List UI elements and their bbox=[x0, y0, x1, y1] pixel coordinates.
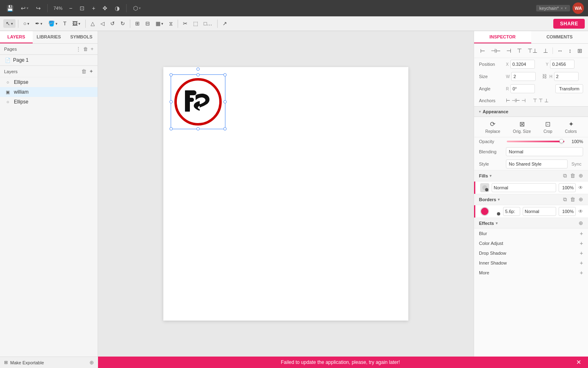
layers-delete-icon[interactable]: 🗑 bbox=[81, 68, 87, 74]
export-tool-button[interactable]: ↗ bbox=[220, 19, 229, 28]
inner-shadow-add-icon[interactable]: + bbox=[580, 260, 583, 266]
align-right-edges-icon[interactable]: ⊣ bbox=[505, 46, 512, 55]
pages-add-icon[interactable]: + bbox=[91, 46, 94, 52]
tab-comments[interactable]: COMMENTS bbox=[531, 31, 588, 43]
text-tool-button[interactable]: T bbox=[61, 19, 69, 28]
style-select[interactable]: No Shared Style bbox=[506, 159, 568, 168]
borders-add-icon[interactable]: ⊕ bbox=[579, 196, 583, 203]
keychain-close-icon[interactable]: × bbox=[561, 6, 563, 11]
align-left-edges-icon[interactable]: ⊢ bbox=[479, 46, 486, 55]
exportable-add-icon[interactable]: ⊕ bbox=[89, 359, 94, 366]
effects-chevron-icon[interactable]: ▾ bbox=[496, 221, 498, 225]
transform-button[interactable]: Transform bbox=[555, 84, 583, 93]
distribute-h-icon[interactable]: ↔ bbox=[556, 46, 564, 55]
component-tool-button[interactable]: ◁ bbox=[98, 19, 107, 28]
keychain-chevron-icon[interactable]: ▾ bbox=[565, 6, 567, 10]
tidy-icon[interactable]: ⊞ bbox=[576, 46, 584, 55]
align-bottom-edges-icon[interactable]: ⊥ bbox=[542, 46, 549, 55]
align-center-h-icon[interactable]: ⊣⊢ bbox=[490, 46, 502, 55]
mirror-tool-button[interactable]: ⧖ bbox=[167, 19, 175, 28]
colors-tool[interactable]: ✦ Colors bbox=[565, 120, 577, 134]
grid-tool-button[interactable]: ⊞ bbox=[133, 19, 142, 28]
fill-mode-select[interactable]: Normal bbox=[492, 183, 556, 192]
fills-paste-icon[interactable]: ⧉ bbox=[563, 173, 567, 179]
redo-icon[interactable]: ↪ bbox=[33, 3, 43, 13]
blur-add-icon[interactable]: + bbox=[580, 230, 583, 237]
y-input[interactable] bbox=[550, 60, 575, 69]
anchor-left-icon[interactable]: ⊢ bbox=[506, 98, 510, 103]
border-opacity-input[interactable] bbox=[559, 207, 576, 216]
borders-delete-icon[interactable]: 🗑 bbox=[570, 196, 575, 203]
rotate-handle[interactable] bbox=[196, 67, 200, 71]
layer-item-2[interactable]: ○ Ellipse bbox=[0, 97, 98, 107]
h-input[interactable] bbox=[554, 72, 579, 81]
more-add-icon[interactable]: + bbox=[580, 269, 583, 276]
fills-chevron-icon[interactable]: ▾ bbox=[490, 174, 492, 178]
layer-item-0[interactable]: ○ Ellipse bbox=[0, 77, 98, 87]
zoom-minus-icon[interactable]: − bbox=[67, 3, 75, 13]
fill-tool-button[interactable]: 🪣 ▾ bbox=[46, 19, 60, 28]
undo-tool-button[interactable]: ↺ bbox=[108, 19, 117, 28]
zoom-fit-icon[interactable]: ⊡ bbox=[77, 3, 87, 13]
anchor-center-icon[interactable]: ⊣⊢ bbox=[512, 98, 520, 103]
slice-tool-button[interactable]: ⬚ bbox=[191, 19, 200, 28]
pages-delete-icon[interactable]: 🗑 bbox=[83, 46, 88, 52]
appearance-section-header[interactable]: ▾ Appearance bbox=[474, 106, 588, 117]
fills-add-icon[interactable]: ⊕ bbox=[579, 173, 583, 179]
distribute-tool-button[interactable]: ⊟ bbox=[143, 19, 152, 28]
scissors-tool-button[interactable]: ✂ bbox=[180, 19, 190, 28]
x-input[interactable] bbox=[510, 60, 535, 69]
anchor-top-icon[interactable]: ⊤ bbox=[533, 98, 537, 103]
tab-inspector[interactable]: INSPECTOR bbox=[474, 31, 531, 43]
redo-tool-button[interactable]: ↻ bbox=[118, 19, 127, 28]
sync-button[interactable]: Sync bbox=[570, 161, 583, 167]
zoom-plus-icon[interactable]: + bbox=[89, 3, 98, 13]
color-adjust-add-icon[interactable]: + bbox=[580, 240, 583, 247]
pan-icon[interactable]: ✥ bbox=[100, 3, 110, 13]
crop-tool[interactable]: ⊡ Crop bbox=[543, 120, 552, 134]
tab-symbols[interactable]: SYMBOLS bbox=[65, 31, 98, 43]
layer-item-1[interactable]: ▣ william bbox=[0, 87, 98, 97]
distribute-v-icon[interactable]: ↕ bbox=[568, 46, 573, 55]
canvas[interactable] bbox=[98, 31, 474, 357]
undo-icon[interactable]: ↩ ▾ bbox=[18, 3, 31, 13]
anchor-bottom-icon[interactable]: ⊥ bbox=[544, 98, 548, 103]
anchor-mid-icon[interactable]: ⊤ bbox=[539, 98, 543, 103]
fill-opacity-input[interactable] bbox=[559, 183, 576, 192]
shape-tool-button[interactable]: ○ ▾ bbox=[21, 19, 32, 28]
tab-libraries[interactable]: LIBRARIES bbox=[33, 31, 65, 43]
select-tool-button[interactable]: ↖ ▾ bbox=[3, 19, 16, 28]
layer-icon[interactable]: ⬡ ▾ bbox=[131, 3, 143, 13]
orig-size-tool[interactable]: ⊠ Orig. Size bbox=[513, 120, 531, 134]
fill-color-preview[interactable] bbox=[480, 183, 489, 192]
borders-paste-icon[interactable]: ⧉ bbox=[563, 196, 567, 203]
borders-chevron-icon[interactable]: ▾ bbox=[498, 197, 500, 202]
mask-icon[interactable]: ◑ bbox=[112, 3, 122, 13]
layers-add-icon[interactable]: ✦ bbox=[89, 68, 94, 74]
w-input[interactable] bbox=[511, 72, 536, 81]
replace-tool[interactable]: ⟳ Replace bbox=[485, 120, 500, 134]
fills-delete-icon[interactable]: 🗑 bbox=[570, 173, 575, 179]
border-visibility-icon[interactable]: 👁 bbox=[578, 209, 583, 214]
opacity-slider[interactable] bbox=[507, 140, 564, 143]
blending-select[interactable]: Normal bbox=[506, 147, 583, 156]
anchor-right-icon[interactable]: ⊣ bbox=[521, 98, 526, 103]
drop-shadow-add-icon[interactable]: + bbox=[580, 250, 583, 256]
tab-layers[interactable]: LAYERS bbox=[0, 31, 33, 43]
error-close-icon[interactable]: ✕ bbox=[576, 359, 581, 366]
artboard-tool-button[interactable]: △ bbox=[88, 19, 97, 28]
align-center-v-icon[interactable]: ⊤⊥ bbox=[526, 46, 539, 55]
page-item[interactable]: 📄 Page 1 bbox=[0, 55, 98, 65]
border-size-input[interactable] bbox=[503, 207, 520, 216]
border-mode-select[interactable]: Normal bbox=[523, 207, 556, 216]
align-top-edges-icon[interactable]: ⊤ bbox=[516, 46, 523, 55]
opacity-thumb[interactable] bbox=[559, 139, 564, 143]
comment-tool-button[interactable]: □… bbox=[201, 19, 215, 28]
pen-tool-button[interactable]: ✒ ▾ bbox=[33, 19, 45, 28]
layout-tool-button[interactable]: ▦ ▾ bbox=[153, 19, 166, 28]
share-button[interactable]: SHARE bbox=[553, 19, 585, 29]
image-tool-button[interactable]: 🖼 ▾ bbox=[70, 19, 83, 28]
fill-visibility-icon[interactable]: 👁 bbox=[578, 185, 583, 191]
angle-input[interactable] bbox=[510, 84, 535, 93]
save-icon[interactable]: 💾 bbox=[4, 3, 16, 13]
